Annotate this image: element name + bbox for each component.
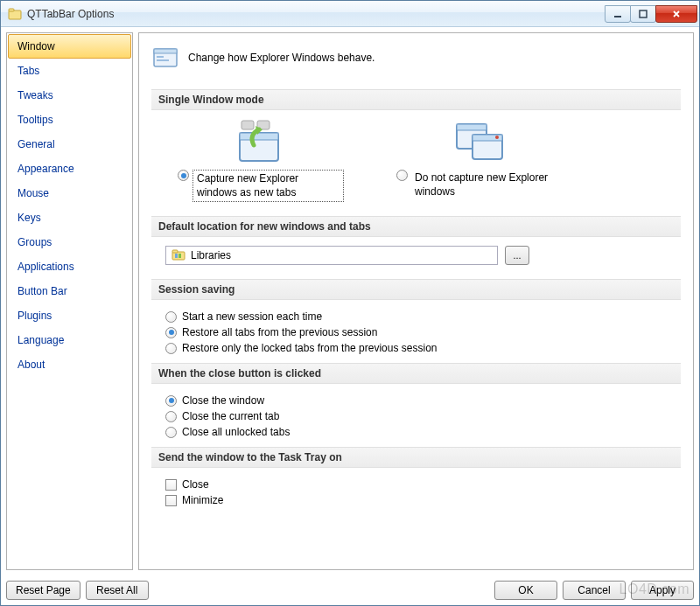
- sidebar-item-language[interactable]: Language: [8, 328, 131, 352]
- sidebar-item-tooltips[interactable]: Tooltips: [8, 108, 131, 132]
- radio-label: Close the window: [182, 394, 264, 407]
- sidebar-item-label: General: [18, 138, 55, 150]
- sidebar-item-label: Tooltips: [18, 114, 53, 126]
- sidebar-item-button-bar[interactable]: Button Bar: [8, 279, 131, 303]
- capture-icon: [233, 119, 289, 164]
- sidebar-item-groups[interactable]: Groups: [8, 230, 131, 254]
- sidebar-item-label: About: [18, 359, 45, 371]
- svg-rect-19: [175, 254, 178, 258]
- radio-close-current-tab[interactable]: Close the current tab: [165, 408, 667, 424]
- reset-page-button[interactable]: Reset Page: [6, 581, 80, 600]
- section-close-button-title: When the close button is clicked: [151, 363, 681, 384]
- svg-rect-7: [157, 59, 169, 61]
- window-behave-icon: [151, 44, 179, 72]
- sidebar-item-keys[interactable]: Keys: [8, 205, 131, 230]
- sidebar-item-tweaks[interactable]: Tweaks: [8, 83, 131, 108]
- svg-rect-3: [640, 10, 647, 17]
- radio-close-window[interactable]: Close the window: [165, 393, 667, 408]
- app-icon: [8, 7, 22, 21]
- sidebar-item-label: Tweaks: [18, 89, 53, 101]
- radio-label: Restore only the locked tabs from the pr…: [182, 342, 437, 354]
- sidebar-item-label: Applications: [18, 261, 74, 273]
- radio-restore-locked[interactable]: Restore only the locked tabs from the pr…: [165, 340, 667, 356]
- option-capture[interactable]: Capture new Explorer windows as new tabs: [178, 119, 344, 202]
- reset-all-button[interactable]: Reset All: [86, 581, 149, 600]
- sidebar-item-label: Language: [18, 334, 64, 346]
- checkbox-icon: [165, 479, 177, 491]
- sidebar-item-tabs[interactable]: Tabs: [8, 59, 131, 83]
- content-area: Window Tabs Tweaks Tooltips General Appe…: [1, 27, 699, 575]
- page-header: Change how Explorer Windows behave.: [151, 44, 681, 72]
- sidebar-item-applications[interactable]: Applications: [8, 254, 131, 279]
- radio-icon: [165, 327, 177, 338]
- sidebar-item-about[interactable]: About: [8, 352, 131, 377]
- radio-icon: [165, 427, 177, 438]
- sidebar-item-general[interactable]: General: [8, 132, 131, 157]
- sidebar-item-window[interactable]: Window: [8, 34, 131, 59]
- radio-new-session[interactable]: Start a new session each time: [165, 309, 667, 324]
- options-window: QTTabBar Options Window Tabs Tweaks Tool…: [0, 0, 700, 606]
- sidebar: Window Tabs Tweaks Tooltips General Appe…: [6, 32, 133, 570]
- default-location-field[interactable]: Libraries: [165, 246, 498, 265]
- option-capture-label: Capture new Explorer windows as new tabs: [192, 170, 344, 202]
- browse-button[interactable]: ...: [505, 246, 529, 265]
- sidebar-item-label: Button Bar: [18, 285, 67, 297]
- svg-rect-18: [172, 250, 178, 253]
- footer: Reset Page Reset All OK Cancel Apply: [1, 575, 699, 605]
- section-task-tray-title: Send the window to the Task Tray on: [151, 447, 681, 468]
- session-saving-options: Start a new session each time Restore al…: [151, 309, 681, 356]
- sidebar-item-plugins[interactable]: Plugins: [8, 303, 131, 328]
- svg-rect-1: [9, 9, 14, 11]
- svg-rect-5: [154, 49, 177, 53]
- radio-label: Close all unlocked tabs: [182, 426, 290, 438]
- main-panel: Change how Explorer Windows behave. Sing…: [138, 32, 694, 570]
- svg-rect-11: [240, 133, 278, 140]
- svg-rect-8: [242, 121, 254, 129]
- minimize-button[interactable]: [605, 5, 631, 23]
- task-tray-options: Close Minimize: [151, 477, 681, 508]
- sidebar-item-label: Groups: [18, 236, 52, 248]
- maximize-button[interactable]: [630, 5, 656, 23]
- titlebar[interactable]: QTTabBar Options: [1, 1, 699, 27]
- radio-restore-all[interactable]: Restore all tabs from the previous sessi…: [165, 324, 667, 340]
- section-default-location-title: Default location for new windows and tab…: [151, 216, 681, 237]
- window-title: QTTabBar Options: [27, 8, 606, 20]
- section-session-saving-title: Session saving: [151, 279, 681, 300]
- check-label: Close: [182, 478, 209, 491]
- check-tray-close[interactable]: Close: [165, 477, 667, 492]
- page-header-text: Change how Explorer Windows behave.: [188, 52, 374, 64]
- sidebar-item-label: Tabs: [18, 65, 39, 77]
- option-no-capture-label: Do not capture new Explorer windows: [411, 170, 563, 200]
- close-button[interactable]: [655, 5, 697, 23]
- radio-close-unlocked[interactable]: Close all unlocked tabs: [165, 424, 667, 440]
- sidebar-item-label: Plugins: [18, 310, 52, 322]
- libraries-icon: [172, 248, 186, 263]
- ok-button[interactable]: OK: [494, 581, 557, 600]
- radio-icon: [165, 395, 177, 407]
- default-location-value: Libraries: [191, 249, 231, 261]
- check-tray-minimize[interactable]: Minimize: [165, 492, 667, 508]
- radio-no-capture[interactable]: [396, 170, 408, 181]
- svg-rect-13: [457, 124, 486, 130]
- cancel-button[interactable]: Cancel: [563, 581, 626, 600]
- svg-point-16: [495, 136, 499, 139]
- radio-label: Restore all tabs from the previous sessi…: [182, 326, 377, 338]
- single-window-options: Capture new Explorer windows as new tabs: [151, 119, 681, 202]
- option-no-capture[interactable]: Do not capture new Explorer windows: [396, 119, 563, 202]
- radio-capture[interactable]: [178, 170, 189, 181]
- default-location-row: Libraries ...: [151, 246, 681, 265]
- sidebar-item-label: Keys: [18, 212, 41, 224]
- radio-label: Close the current tab: [182, 410, 279, 422]
- sidebar-item-label: Appearance: [18, 163, 74, 175]
- sidebar-item-mouse[interactable]: Mouse: [8, 181, 131, 205]
- window-buttons: [606, 5, 697, 23]
- radio-icon: [165, 411, 177, 422]
- svg-rect-2: [614, 16, 621, 17]
- close-button-options: Close the window Close the current tab C…: [151, 393, 681, 440]
- sidebar-item-appearance[interactable]: Appearance: [8, 157, 131, 181]
- radio-icon: [165, 311, 177, 323]
- apply-button[interactable]: Apply: [631, 581, 694, 600]
- no-capture-icon: [452, 119, 508, 164]
- sidebar-item-label: Mouse: [18, 187, 49, 199]
- svg-rect-20: [178, 254, 181, 258]
